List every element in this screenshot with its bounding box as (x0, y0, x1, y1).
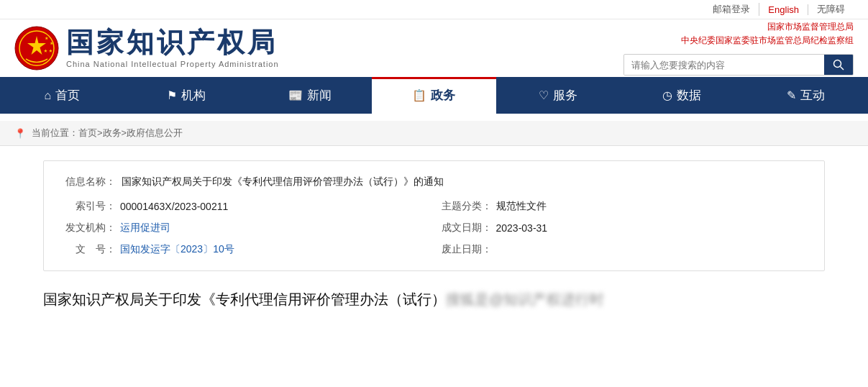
info-card: 信息名称： 国家知识产权局关于印发《专利代理信用评价管理办法（试行）》的通知 索… (43, 160, 825, 271)
breadcrumb-text: 当前位置：首页>政务>政府信息公开 (32, 127, 183, 140)
nav-item-service[interactable]: ♡ 服务 (496, 77, 620, 114)
nav-label-service: 服务 (553, 87, 577, 104)
interact-icon: ✎ (787, 88, 796, 102)
nav-item-org[interactable]: ⚑ 机构 (124, 77, 247, 114)
index-row: 索引号： 00001463X/2023-00211 (65, 200, 427, 213)
content-area: 信息名称： 国家知识产权局关于印发《专利代理信用评价管理办法（试行）》的通知 索… (0, 146, 868, 324)
nav-item-home[interactable]: ⌂ 首页 (0, 77, 124, 114)
nav-item-data[interactable]: ◷ 数据 (620, 77, 744, 114)
topic-value: 规范性文件 (496, 200, 803, 213)
top-bar-links: 邮箱登录 English 无障碍 (704, 3, 854, 16)
org-label: 发文机构： (65, 222, 116, 235)
data-icon: ◷ (662, 88, 672, 102)
header-links: 国家市场监督管理总局 中央纪委国家监委驻市场监管总局纪检监察组 (681, 21, 854, 47)
logo-text-block: 国家知识产权局 China National Intellectual Prop… (66, 28, 279, 68)
org-row: 发文机构： 运用促进司 (65, 222, 427, 235)
article-title-text: 国家知识产权局关于印发《专利代理信用评价管理办法（试行） (43, 291, 446, 307)
nav-item-gov[interactable]: 📋 政务 (372, 77, 495, 114)
header-link1[interactable]: 国家市场监督管理总局 (767, 21, 854, 33)
title-value: 国家知识产权局关于印发《专利代理信用评价管理办法（试行）》的通知 (122, 176, 803, 188)
breadcrumb-pin-icon: 📍 (14, 128, 26, 139)
index-value: 00001463X/2023-00211 (120, 201, 427, 212)
org-icon: ⚑ (167, 88, 177, 102)
docnum-row: 文 号： 国知发运字〔2023〕10号 (65, 243, 427, 256)
header: 国家知识产权局 China National Intellectual Prop… (0, 19, 868, 77)
date-row: 成文日期： 2023-03-31 (442, 222, 803, 235)
svg-line-8 (841, 67, 844, 70)
logo-en: China National Intellectual Property Adm… (66, 60, 279, 68)
info-grid: 索引号： 00001463X/2023-00211 主题分类： 规范性文件 发文… (65, 200, 803, 256)
info-title-row: 信息名称： 国家知识产权局关于印发《专利代理信用评价管理办法（试行）》的通知 (65, 176, 803, 188)
nav-label-home: 首页 (55, 87, 80, 104)
gov-icon: 📋 (412, 88, 426, 102)
header-link2[interactable]: 中央纪委国家监委驻市场监管总局纪检监察组 (681, 35, 854, 47)
article-title-blurred: 搜狐是@知识产权进行时 (446, 291, 604, 307)
search-input[interactable] (624, 55, 824, 75)
nav-item-interact[interactable]: ✎ 互动 (744, 77, 868, 114)
nav-label-gov: 政务 (431, 87, 455, 104)
nav-label-org: 机构 (181, 87, 206, 104)
breadcrumb: 📍 当前位置：首页>政务>政府信息公开 (0, 121, 868, 146)
news-icon: 📰 (288, 88, 303, 102)
svg-point-7 (834, 60, 841, 68)
search-button[interactable] (824, 55, 853, 75)
home-icon: ⌂ (44, 89, 51, 102)
org-link[interactable]: 运用促进司 (120, 222, 170, 235)
topic-label: 主题分类： (442, 200, 492, 213)
article-title: 国家知识产权局关于印发《专利代理信用评价管理办法（试行）搜狐是@知识产权进行时 (43, 288, 825, 310)
topic-row: 主题分类： 规范性文件 (442, 200, 803, 213)
search-bar (623, 54, 854, 76)
english-link[interactable]: English (759, 4, 808, 15)
date-value: 2023-03-31 (496, 222, 803, 234)
nav-item-news[interactable]: 📰 新闻 (248, 77, 372, 114)
expire-row: 废止日期： (442, 243, 803, 256)
top-bar: 邮箱登录 English 无障碍 (0, 0, 868, 19)
expire-label: 废止日期： (442, 243, 492, 256)
docnum-label: 文 号： (65, 243, 116, 256)
main-nav: ⌂ 首页 ⚑ 机构 📰 新闻 📋 政务 ♡ 服务 ◷ 数据 ✎ 互动 (0, 77, 868, 114)
index-label: 索引号： (65, 200, 116, 213)
docnum-link[interactable]: 国知发运字〔2023〕10号 (120, 243, 234, 256)
no-barrier-link[interactable]: 无障碍 (808, 3, 854, 16)
logo-area: 国家知识产权局 China National Intellectual Prop… (14, 19, 552, 77)
mail-login-link[interactable]: 邮箱登录 (704, 3, 759, 16)
nav-label-interact: 互动 (800, 87, 825, 104)
logo-cn: 国家知识产权局 (66, 28, 279, 58)
date-label: 成文日期： (442, 222, 492, 235)
title-label: 信息名称： (65, 176, 116, 188)
nav-label-news: 新闻 (307, 87, 332, 104)
logo-emblem (14, 26, 59, 70)
header-right: 国家市场监督管理总局 中央纪委国家监委驻市场监管总局纪检监察组 (552, 19, 854, 77)
nav-label-data: 数据 (677, 87, 701, 104)
service-icon: ♡ (539, 88, 549, 102)
search-icon (833, 59, 844, 70)
